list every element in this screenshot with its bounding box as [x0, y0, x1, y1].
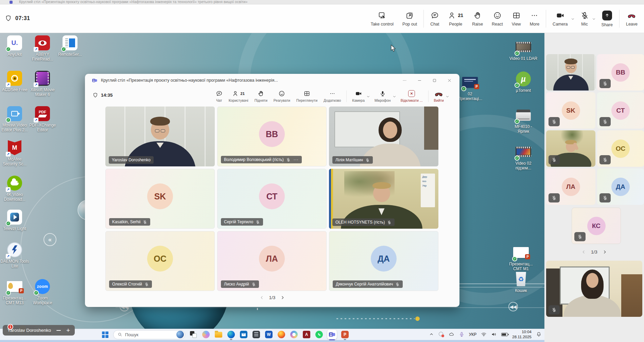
word-button[interactable]: W	[264, 330, 273, 339]
participant-tile-yaroslav[interactable]: Yaroslav Doroshenko	[105, 107, 215, 166]
participant-tile-diakonchuk[interactable]: ДА Дякончук Сергій Анатолійович	[329, 231, 438, 291]
expand-share-button[interactable]: +	[66, 327, 70, 333]
pop-out-button[interactable]: Pop out	[398, 7, 421, 30]
window-more-actions-button[interactable]: Додатково	[320, 87, 344, 105]
page-prev-button[interactable]	[259, 295, 264, 300]
mic-tray-icon[interactable]	[459, 331, 465, 337]
desktop-icon-recycle-bin[interactable]: ♻ Кошик	[506, 271, 536, 293]
window-close-button[interactable]	[442, 75, 457, 85]
desktop-icon-acdsee[interactable]: ↗ ACDSee Free	[0, 70, 29, 92]
panel-tile-vv[interactable]: ВВ	[597, 54, 644, 91]
clock[interactable]: 10:0428.11.2025	[512, 329, 532, 339]
participant-tile-volovetskyi[interactable]: ВВ Володимир Воловецький (гість)···	[217, 107, 327, 166]
window-more-button[interactable]	[397, 75, 412, 85]
whatsapp-button[interactable]	[315, 330, 324, 339]
more-button[interactable]: More	[525, 7, 544, 30]
panel-tile-st[interactable]: СТ	[597, 92, 644, 129]
search-input[interactable]: Пошук	[113, 330, 185, 339]
panel-page-next-button[interactable]	[602, 249, 607, 255]
participant-tile-terpylo[interactable]: СТ Сергій Терпило	[217, 169, 327, 229]
desktop-icon-xilisoft[interactable]: ↗ Xilisoft Movie Maker 6	[28, 70, 57, 97]
take-control-button[interactable]: Take control	[366, 7, 398, 30]
react-button[interactable]: React	[487, 7, 507, 30]
desktop-icon-presentation-m13[interactable]: P✓ Презентац... СМТ М13	[0, 279, 29, 305]
window-people-button[interactable]: 21 Користувачі	[226, 87, 251, 105]
desktop-icon-remoteser[interactable]: ✓ RemoteSer...	[55, 35, 85, 57]
desktop-icon-utorrent[interactable]: µ✓ µTorrent	[509, 71, 538, 93]
powerpoint-button[interactable]: P	[341, 330, 349, 339]
window-leave-chevron[interactable]	[444, 87, 451, 105]
tray-chevron-icon[interactable]	[429, 331, 434, 337]
panel-tile-la[interactable]: ЛА	[546, 168, 595, 205]
language-indicator[interactable]: УКР	[469, 332, 477, 337]
participant-tile-stohnii[interactable]: ОС Олексій Стогній	[105, 231, 215, 291]
window-react-button[interactable]: Реагувати	[271, 87, 293, 105]
onedrive-icon[interactable]	[449, 331, 454, 337]
desktop-icon-pdfxchange[interactable]: PDF↗ PDF-XChange Editor	[28, 106, 57, 132]
desktop-icon-mf4010[interactable]: ✓ MF4010 - Ярлик	[509, 107, 538, 134]
camera-options-chevron[interactable]	[570, 7, 576, 30]
participant-tile-lysko[interactable]: ЛА Лиско Андрій	[217, 231, 327, 291]
copilot-button[interactable]	[202, 330, 210, 339]
desktop-icon-televzr[interactable]: ✓ Televzr Light	[0, 209, 29, 231]
start-button[interactable]	[101, 330, 109, 339]
desktop-icon-4kvideo[interactable]: +↗ 4K Video Download...	[0, 175, 29, 202]
outlook-button[interactable]	[239, 330, 248, 339]
file-explorer-button[interactable]	[214, 330, 223, 339]
panel-tile-yaroslav[interactable]	[546, 54, 595, 91]
window-mic-button[interactable]: Мікрофон	[371, 87, 394, 105]
window-camera-chevron[interactable]	[365, 87, 371, 105]
recording-tray-icon[interactable]	[439, 332, 444, 337]
screen-share-pill[interactable]: Yaroslav Doroshenko +	[3, 325, 75, 336]
panel-tile-oleh[interactable]	[546, 130, 595, 167]
window-maximize-button[interactable]	[427, 75, 442, 85]
window-minimize-button[interactable]	[412, 75, 427, 85]
panel-page-prev-button[interactable]	[581, 249, 586, 255]
desktop-icon-mcafee[interactable]: M↗ McAfee Security Sc...	[0, 140, 29, 166]
participant-tile-kasatkin[interactable]: SK Kasatkin, Serhii	[105, 169, 215, 229]
panel-tile-ks[interactable]: КС	[572, 208, 621, 244]
panel-tile-os[interactable]: ОС	[597, 130, 644, 167]
panel-tile-lilia-large[interactable]	[546, 261, 642, 317]
view-button[interactable]: View	[507, 7, 525, 30]
paint-button[interactable]	[290, 330, 298, 339]
panel-tile-da[interactable]: ДА	[597, 168, 644, 205]
firefox-button[interactable]	[277, 330, 286, 339]
autocad-button[interactable]: A	[302, 330, 311, 339]
window-raise-button[interactable]: Підняти	[251, 87, 271, 105]
desktop-icon-daemon[interactable]: ↗ DAEMON Tools Lite	[0, 242, 29, 268]
page-next-button[interactable]	[280, 295, 285, 300]
notification-bell-icon[interactable]	[536, 331, 542, 337]
window-chat-button[interactable]: Чат	[213, 87, 226, 105]
participant-tile-matiishyn[interactable]: Лілія Матіїшин	[329, 107, 438, 166]
mic-options-chevron[interactable]	[591, 7, 597, 30]
desktop-icon-anyukit[interactable]: U.✓ AnyUkit	[0, 35, 29, 57]
teams-taskbar-active[interactable]	[327, 330, 337, 339]
share-button[interactable]: Share	[597, 7, 617, 30]
leave-button[interactable]: Leave	[622, 7, 642, 30]
edge-button[interactable]	[227, 330, 236, 339]
window-revoke-button[interactable]: × Відкликати ...	[398, 87, 426, 105]
window-view-button[interactable]: Переглянути	[293, 87, 320, 105]
volume-icon[interactable]	[491, 331, 497, 337]
window-mic-chevron[interactable]	[391, 87, 398, 105]
chat-button[interactable]: Chat	[426, 7, 443, 30]
minimize-share-button[interactable]	[56, 330, 61, 331]
battery-icon[interactable]	[501, 333, 508, 336]
calculator-button[interactable]	[252, 330, 261, 339]
participant-tile-hotsynets[interactable]: Дер гео Укр OLEH HOTSYNETS (гість)	[329, 169, 438, 229]
desktop-icon-abbyy[interactable]: ↗ ABBYY FineRead...	[28, 35, 57, 62]
desktop-icon-presentation-02[interactable]: P✓ 02 Презентаці...	[455, 75, 485, 101]
panel-tile-sk[interactable]: SK	[546, 92, 595, 129]
raise-hand-button[interactable]: Raise	[468, 7, 487, 30]
desktop-icon-video01[interactable]: ✓ Video 01 LDAR	[509, 39, 538, 61]
desktop-icon-movavi[interactable]: ✓ Movavi Video Editor Plus 2...	[0, 106, 29, 132]
wifi-icon[interactable]	[481, 331, 487, 337]
desktop-icon-video02[interactable]: ✓ Video 02 підзем...	[509, 144, 538, 170]
desktop-icon-presentation-m1[interactable]: P✓ Презентац... СМТ М1	[506, 245, 536, 271]
window-titlebar[interactable]: Круглий стіл «Презентація проєкту освітн…	[85, 74, 459, 87]
more-icon[interactable]: ···	[294, 157, 299, 162]
task-view-button[interactable]	[189, 330, 198, 339]
people-button[interactable]: 21 People	[444, 7, 468, 30]
camera-button[interactable]: Camera	[548, 7, 572, 30]
